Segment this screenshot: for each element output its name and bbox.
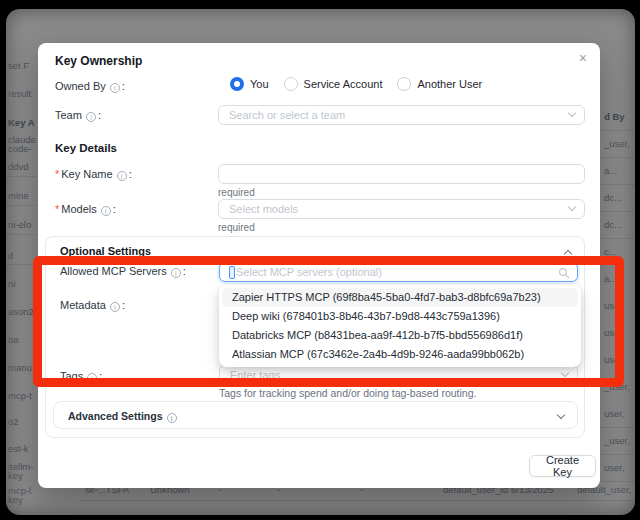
- create-key-button[interactable]: Create Key: [529, 455, 596, 477]
- team-select[interactable]: Search or select a team: [218, 105, 585, 125]
- bg-fragment: _user,: [604, 139, 630, 149]
- team-label: Teami:: [55, 109, 101, 122]
- bg-fragment: d: [8, 251, 13, 261]
- mcp-option-deep-wiki[interactable]: Deep wiki (678401b3-8b46-43b7-b9d8-443c7…: [222, 307, 578, 326]
- bg-fragment: key: [8, 495, 23, 505]
- info-icon[interactable]: i: [167, 413, 177, 423]
- bg-fragment: _user,: [604, 436, 630, 446]
- bg-fragment: mcp-t: [8, 391, 32, 401]
- chevron-down-icon: [568, 203, 576, 211]
- bg-fragment: c...: [604, 247, 617, 257]
- bg-fragment: code-: [8, 144, 32, 154]
- radio-another-user[interactable]: Another User: [397, 77, 482, 91]
- tags-help-text: Tags for tracking spend and/or doing tag…: [219, 387, 476, 399]
- close-icon[interactable]: ×: [579, 51, 587, 65]
- owned-by-label: Owned Byi:: [55, 80, 125, 93]
- key-ownership-modal: Key Ownership × Owned Byi: You Service A…: [38, 43, 600, 488]
- radio-you[interactable]: You: [230, 77, 269, 91]
- bg-fragment: dc...: [604, 193, 622, 203]
- tags-label: Tagsi:: [60, 370, 102, 383]
- bg-fragment: oa: [8, 335, 19, 345]
- info-icon[interactable]: i: [86, 112, 96, 122]
- bg-fragment: ni-elo: [8, 220, 31, 230]
- metadata-label: Metadatai:: [60, 299, 125, 312]
- models-select[interactable]: Select models: [218, 199, 585, 219]
- advanced-settings-toggle[interactable]: Advanced Settingsi: [53, 401, 578, 429]
- bg-fragment: dc...: [604, 220, 622, 230]
- bg-fragment: user,: [604, 301, 625, 311]
- search-icon: [558, 267, 570, 279]
- mcp-servers-input[interactable]: Select MCP servers (optional): [219, 262, 578, 282]
- bg-fragment: a...: [604, 274, 617, 284]
- info-icon[interactable]: i: [117, 171, 127, 181]
- bg-fragment: manu: [8, 363, 32, 373]
- key-details-heading: Key Details: [55, 142, 117, 154]
- info-icon[interactable]: i: [87, 373, 97, 383]
- key-name-label: *Key Namei:: [55, 168, 132, 181]
- chevron-down-icon: [557, 411, 565, 419]
- optional-settings-toggle[interactable]: Optional Settings: [60, 245, 151, 257]
- bg-fragment: o2: [8, 417, 19, 427]
- radio-unselected-icon: [284, 77, 298, 91]
- modal-title: Key Ownership: [55, 54, 142, 68]
- info-icon[interactable]: i: [101, 206, 111, 216]
- bg-column-header: d By: [604, 112, 625, 122]
- radio-selected-icon: [230, 77, 244, 91]
- bg-fragment: set F: [8, 61, 29, 71]
- radio-service-account[interactable]: Service Account: [284, 77, 383, 91]
- bg-fragment: ni: [8, 279, 15, 289]
- bg-column-header: Key A: [8, 118, 35, 128]
- key-name-input[interactable]: [218, 164, 585, 184]
- bg-fragment: result: [8, 89, 31, 99]
- owned-by-radio-group: You Service Account Another User: [230, 77, 482, 91]
- models-required-note: required: [218, 222, 255, 233]
- bg-fragment: ason2: [8, 307, 34, 317]
- mcp-servers-dropdown: Zapier HTTPS MCP (69f8ba45-5ba0-4fd7-bab…: [219, 285, 581, 367]
- bg-fragment: mine: [8, 191, 29, 201]
- bg-fragment: user,: [604, 355, 625, 365]
- bg-fragment: user,: [604, 463, 625, 473]
- bg-fragment: user,: [604, 409, 625, 419]
- chevron-down-icon: [568, 109, 576, 117]
- info-icon[interactable]: i: [171, 268, 181, 278]
- chevron-down-icon: [561, 368, 569, 376]
- bg-fragment: _user,: [604, 382, 630, 392]
- mcp-option-zapier[interactable]: Zapier HTTPS MCP (69f8ba45-5ba0-4fd7-bab…: [222, 288, 578, 307]
- key-name-required-note: required: [218, 187, 255, 198]
- allowed-mcp-label: Allowed MCP Serversi:: [60, 265, 186, 278]
- mcp-option-databricks[interactable]: Databricks MCP (b8431bea-aa9f-412b-b7f5-…: [222, 326, 578, 345]
- chevron-up-icon: [564, 250, 572, 258]
- bg-fragment: a...: [604, 166, 617, 176]
- bg-fragment: key: [8, 471, 23, 481]
- page-backdrop: set F result Key A claude code- ddvd min…: [6, 9, 635, 515]
- bg-fragment: ddvd: [8, 162, 29, 172]
- mcp-option-atlassian[interactable]: Atlassian MCP (67c3462e-2a4b-4d9b-9246-a…: [222, 345, 578, 364]
- tags-select[interactable]: Enter tags: [219, 365, 578, 384]
- models-label: *Modelsi:: [55, 203, 116, 216]
- bg-fragment: est-k: [8, 444, 29, 454]
- bg-fragment: user,: [604, 328, 625, 338]
- info-icon[interactable]: i: [110, 302, 120, 312]
- info-icon[interactable]: i: [110, 83, 120, 93]
- radio-unselected-icon: [397, 77, 411, 91]
